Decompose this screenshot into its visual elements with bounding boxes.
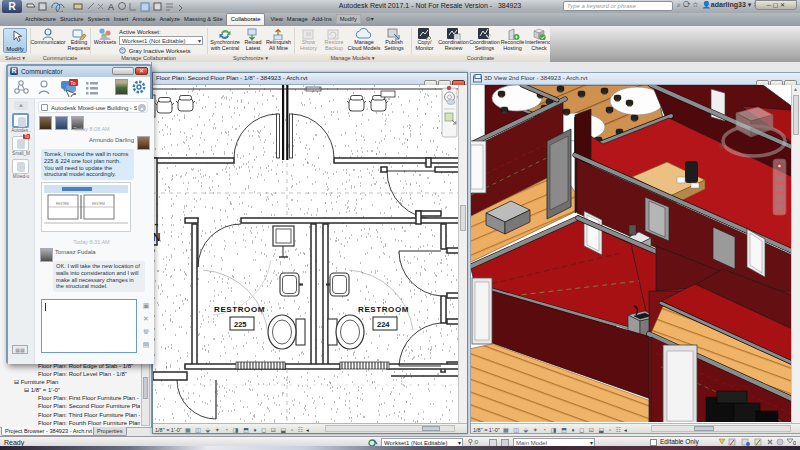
svg-text:RESTROOM: RESTROOM [214,305,265,314]
svg-text:S: S [719,142,724,151]
svg-text:ION: ION [153,231,161,243]
svg-text:?: ? [121,48,124,54]
svg-text:To: To [70,80,76,86]
svg-text:225: 225 [234,320,247,329]
svg-text:RESTROOM: RESTROOM [358,305,409,314]
svg-text:224: 224 [377,320,390,329]
svg-text:RESTRM: RESTRM [92,202,105,206]
svg-text:RESTRM: RESTRM [56,202,69,206]
svg-text:A: A [108,2,114,12]
